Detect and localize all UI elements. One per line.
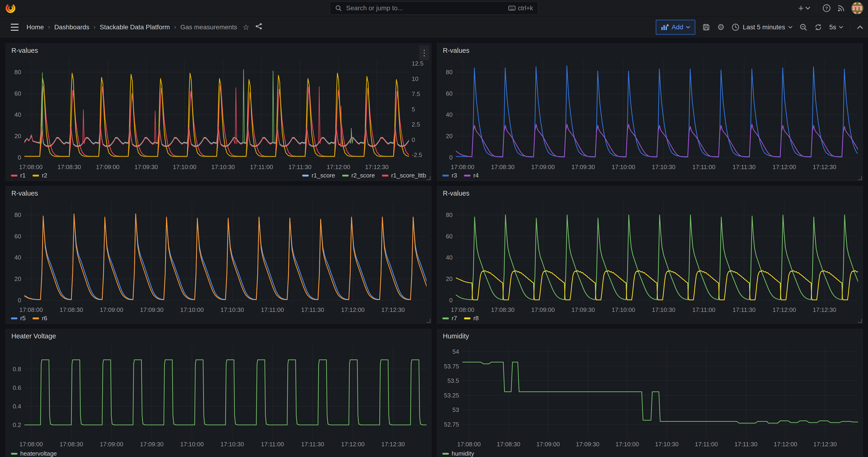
nav-bar: Home › Dashboards › Stackable Data Platf…	[0, 17, 868, 38]
clock-icon	[732, 23, 739, 31]
x-axis-tick-label: 17:11:30	[292, 306, 334, 313]
x-axis-tick-label: 17:08:30	[482, 306, 524, 313]
legend-label: r1_score_lttb	[391, 172, 426, 179]
x-axis-tick-label: 17:10:00	[602, 163, 644, 171]
legend-label: r6	[42, 315, 47, 322]
legend-item-heatervoltage[interactable]: heatervoltage	[11, 450, 57, 457]
news-icon[interactable]	[837, 4, 845, 12]
divider	[850, 23, 850, 32]
zoom-out-icon[interactable]	[799, 23, 807, 31]
menu-toggle-icon[interactable]	[11, 24, 19, 31]
legend-item-r8[interactable]: r8	[464, 315, 478, 322]
legend-item-r2_score[interactable]: r2_score	[342, 172, 375, 179]
panel-title[interactable]: R-values	[11, 47, 38, 54]
y-axis-right-tick-label: 2.5	[412, 121, 431, 128]
refresh-interval-picker[interactable]: 5s	[829, 24, 843, 31]
legend-label: r1_score	[311, 172, 335, 179]
breadcrumb: Home › Dashboards › Stackable Data Platf…	[27, 23, 262, 32]
panel-resize-handle[interactable]	[858, 176, 862, 180]
toolbar: Add ⚙ Last 5 minutes 5s	[656, 17, 863, 38]
panel-title[interactable]: Humidity	[443, 332, 469, 340]
legend-label: r3	[452, 172, 457, 179]
help-icon[interactable]: ?	[823, 4, 831, 12]
x-axis-tick-label: 17:12:00	[332, 306, 374, 313]
x-axis-tick-label: 17:10:30	[211, 441, 253, 448]
breadcrumb-dashboard-name: Gas measurements	[180, 24, 237, 31]
legend-item-r5[interactable]: r5	[11, 315, 26, 322]
legend-item-r4[interactable]: r4	[464, 172, 478, 179]
legend-swatch	[33, 317, 39, 319]
legend-label: r8	[473, 315, 478, 322]
dashboard-panels: R-values⋮80604020012.5107.552.50-2.517:0…	[6, 43, 863, 457]
breadcrumb-home[interactable]: Home	[27, 24, 44, 31]
legend-item-r1_score[interactable]: r1_score	[302, 172, 335, 179]
save-icon[interactable]	[702, 23, 710, 31]
panel-title[interactable]: R-values	[443, 189, 469, 197]
svg-text:?: ?	[825, 6, 828, 11]
x-axis-tick-label: 17:08:30	[51, 306, 92, 313]
chart-canvas[interactable]	[24, 346, 427, 439]
y-axis-tick-label: 60	[6, 90, 21, 97]
panel-heater-voltage-4: Heater Voltage0.80.60.40.217:08:0017:08:…	[6, 329, 431, 457]
refresh-interval-label: 5s	[829, 24, 836, 31]
chart-canvas[interactable]	[456, 59, 858, 162]
y-axis-tick-label: 0.6	[6, 384, 21, 391]
chart-canvas[interactable]	[462, 346, 858, 439]
panel-title[interactable]: Heater Voltage	[11, 332, 56, 340]
panel-title[interactable]: R-values	[11, 189, 38, 197]
y-axis-tick-label: 54	[437, 348, 459, 355]
legend-item-r2[interactable]: r2	[33, 172, 47, 179]
time-range-label: Last 5 minutes	[743, 24, 785, 31]
x-axis-tick-label: 17:10:30	[211, 306, 253, 313]
plus-icon: +	[798, 3, 804, 13]
y-axis-tick-label: 20	[6, 132, 21, 140]
breadcrumb-folder[interactable]: Stackable Data Platform	[100, 24, 170, 31]
y-axis-tick-label: 0	[437, 154, 453, 161]
breadcrumb-separator: ›	[93, 24, 96, 31]
chart-canvas[interactable]	[456, 202, 858, 304]
breadcrumb-dashboards[interactable]: Dashboards	[54, 24, 89, 31]
panel-resize-handle[interactable]	[427, 176, 431, 180]
legend-swatch	[11, 317, 18, 319]
chevron-down-icon	[788, 26, 793, 29]
new-button[interactable]: +	[798, 3, 810, 13]
legend-item-r1_score_lttb[interactable]: r1_score_lttb	[382, 172, 426, 179]
share-icon[interactable]	[255, 23, 262, 32]
legend-swatch	[33, 175, 39, 177]
x-axis-tick-label: 17:09:00	[91, 306, 132, 313]
legend-item-r1[interactable]: r1	[11, 172, 26, 179]
legend-item-r7[interactable]: r7	[442, 315, 457, 322]
y-axis-tick-label: 80	[437, 211, 453, 219]
x-axis-tick-label: 17:09:30	[131, 441, 173, 448]
legend-swatch	[302, 175, 309, 177]
x-axis-tick-label: 17:08:30	[482, 163, 524, 171]
avatar[interactable]	[851, 2, 863, 14]
search-field[interactable]	[346, 4, 508, 12]
x-axis-tick-label: 17:09:00	[522, 306, 564, 313]
time-range-picker[interactable]: Last 5 minutes	[732, 23, 793, 31]
panel-resize-handle[interactable]	[427, 319, 431, 323]
search-input[interactable]: ctrl+k	[330, 2, 538, 14]
panel-resize-handle[interactable]	[858, 319, 862, 323]
grafana-logo-icon[interactable]	[5, 2, 16, 14]
panel-humidity-5: Humidity5453.7553.553.255352.7517:08:001…	[437, 329, 863, 457]
panel-menu-button[interactable]: ⋮	[419, 45, 429, 60]
x-axis-tick-label: 17:12:00	[764, 306, 805, 313]
add-button[interactable]: Add	[656, 20, 695, 35]
chart-canvas[interactable]	[24, 202, 427, 304]
legend-item-r3[interactable]: r3	[442, 172, 457, 179]
x-axis-tick-label: 17:08:30	[488, 441, 530, 448]
panel-title[interactable]: R-values	[443, 47, 469, 54]
y-axis-tick-label: 53.25	[437, 392, 459, 399]
divider	[816, 4, 816, 12]
x-axis-tick-label: 17:08:00	[442, 163, 484, 171]
chart-canvas[interactable]	[24, 59, 409, 162]
x-axis-tick-label: 17:09:30	[131, 306, 173, 313]
legend-item-humidity[interactable]: humidity	[442, 450, 474, 457]
star-icon[interactable]: ☆	[243, 23, 249, 32]
chevron-up-icon[interactable]	[857, 25, 863, 29]
x-axis-tick-label: 17:09:30	[562, 306, 604, 313]
refresh-icon[interactable]	[814, 23, 822, 31]
settings-icon[interactable]: ⚙	[717, 22, 724, 32]
legend-item-r6[interactable]: r6	[33, 315, 47, 322]
